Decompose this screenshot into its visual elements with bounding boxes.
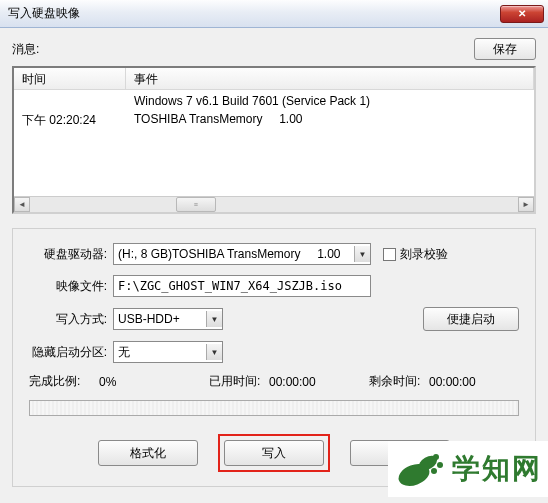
scroll-thumb[interactable]: ≡ — [176, 197, 216, 212]
log-header: 时间 事件 — [14, 68, 534, 90]
scroll-track[interactable]: ≡ — [30, 197, 518, 212]
log-row: Windows 7 v6.1 Build 7601 (Service Pack … — [14, 92, 534, 110]
messages-label: 消息: — [12, 41, 474, 58]
scroll-right-icon[interactable]: ► — [518, 197, 534, 212]
leaf-icon — [394, 445, 446, 493]
write-button[interactable]: 写入 — [224, 440, 324, 466]
watermark-text: 学知网 — [452, 450, 542, 488]
scroll-left-icon[interactable]: ◄ — [14, 197, 30, 212]
verify-label: 刻录校验 — [400, 246, 448, 263]
quick-boot-button[interactable]: 便捷启动 — [423, 307, 519, 331]
svg-point-4 — [431, 468, 437, 474]
elapsed-value: 00:00:00 — [269, 375, 369, 389]
window-title: 写入硬盘映像 — [8, 5, 500, 22]
close-button[interactable]: ✕ — [500, 5, 544, 23]
done-pct-value: 0% — [99, 375, 209, 389]
status-row: 完成比例: 0% 已用时间: 00:00:00 剩余时间: 00:00:00 — [29, 373, 519, 390]
write-mode-label: 写入方式: — [29, 311, 107, 328]
save-button[interactable]: 保存 — [474, 38, 536, 60]
horizontal-scrollbar[interactable]: ◄ ≡ ► — [14, 196, 534, 212]
log-header-time: 时间 — [14, 68, 126, 89]
write-mode-combo[interactable]: USB-HDD+ ▼ — [113, 308, 223, 330]
svg-point-3 — [437, 462, 443, 468]
chevron-down-icon: ▼ — [206, 311, 222, 327]
remain-value: 00:00:00 — [429, 375, 476, 389]
image-path-input[interactable] — [113, 275, 371, 297]
chevron-down-icon: ▼ — [206, 344, 222, 360]
remain-label: 剩余时间: — [369, 373, 429, 390]
close-icon: ✕ — [518, 9, 526, 19]
drive-label: 硬盘驱动器: — [29, 246, 107, 263]
content-area: 消息: 保存 时间 事件 Windows 7 v6.1 Build 7601 (… — [0, 28, 548, 503]
write-button-highlight: 写入 — [218, 434, 330, 472]
image-label: 映像文件: — [29, 278, 107, 295]
elapsed-label: 已用时间: — [209, 373, 269, 390]
format-button[interactable]: 格式化 — [98, 440, 198, 466]
progress-bar — [29, 400, 519, 416]
titlebar: 写入硬盘映像 ✕ — [0, 0, 548, 28]
svg-point-2 — [433, 454, 439, 460]
log-list: 时间 事件 Windows 7 v6.1 Build 7601 (Service… — [12, 66, 536, 214]
watermark: 学知网 — [388, 441, 548, 497]
log-row: 下午 02:20:24 TOSHIBA TransMemory 1.00 — [14, 110, 534, 131]
done-pct-label: 完成比例: — [29, 373, 99, 390]
drive-combo[interactable]: (H:, 8 GB)TOSHIBA TransMemory 1.00 ▼ — [113, 243, 371, 265]
hidden-partition-label: 隐藏启动分区: — [29, 344, 107, 361]
verify-checkbox[interactable] — [383, 248, 396, 261]
log-header-event: 事件 — [126, 68, 534, 89]
hidden-partition-combo[interactable]: 无 ▼ — [113, 341, 223, 363]
chevron-down-icon: ▼ — [354, 246, 370, 262]
